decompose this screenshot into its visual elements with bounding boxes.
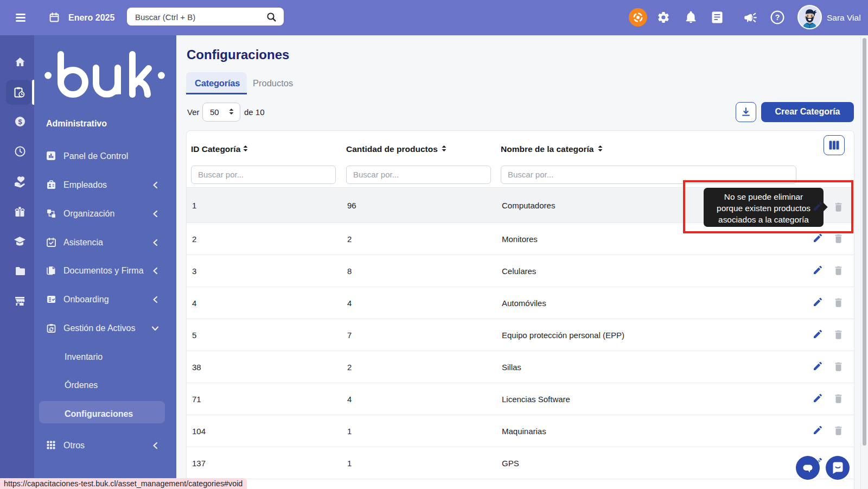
- svg-text:$: $: [18, 118, 22, 126]
- svg-text:?: ?: [775, 13, 780, 22]
